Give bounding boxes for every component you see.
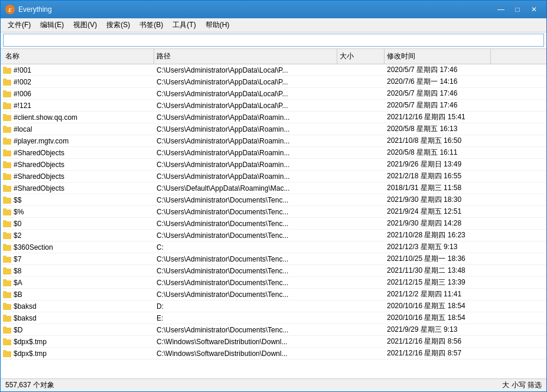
- file-list[interactable]: #!001C:\Users\Administrator\AppData\Loca…: [1, 64, 546, 378]
- main-window: E Everything — □ ✕ 文件(F)编辑(E)视图(V)搜索(S)书…: [0, 0, 547, 392]
- folder-icon: [3, 244, 11, 251]
- file-modified-cell: 2018/1/31 星期三 11:58: [385, 183, 491, 193]
- status-count: 557,637 个对象: [5, 380, 54, 390]
- maximize-button[interactable]: □: [510, 4, 525, 15]
- file-path-cell: C:\Users\Default\AppData\Roaming\Mac...: [154, 184, 337, 192]
- search-input[interactable]: [3, 34, 544, 47]
- file-name-cell: #player.mgtv.com: [1, 137, 154, 145]
- file-modified-cell: 2020/5/7 星期四 17:46: [385, 65, 491, 75]
- file-path-cell: C:\Users\Administrator\Documents\Tenc...: [154, 267, 337, 275]
- file-modified-cell: 2021/9/26 星期日 13:49: [385, 159, 491, 169]
- file-modified-cell: 2021/11/30 星期二 13:48: [385, 266, 491, 276]
- table-row[interactable]: $baksdE:2020/10/16 星期五 18:54: [1, 312, 546, 324]
- search-bar: [1, 32, 546, 49]
- table-row[interactable]: $%C:\Users\Administrator\Documents\Tenc.…: [1, 206, 546, 218]
- table-row[interactable]: #SharedObjectsC:\Users\Administrator\App…: [1, 171, 546, 182]
- title-bar: E Everything — □ ✕: [1, 1, 546, 18]
- file-name-cell: #SharedObjects: [1, 149, 154, 157]
- table-row[interactable]: $0C:\Users\Administrator\Documents\Tenc.…: [1, 218, 546, 230]
- close-button[interactable]: ✕: [526, 4, 542, 15]
- table-row[interactable]: #client.show.qq.comC:\Users\Administrato…: [1, 112, 546, 123]
- table-row[interactable]: #SharedObjectsC:\Users\Default\AppData\R…: [1, 182, 546, 194]
- file-path-cell: E:: [154, 314, 337, 322]
- file-name-cell: $dpx$.tmp: [1, 338, 154, 346]
- table-row[interactable]: $360SectionC:2021/12/3 星期五 9:13: [1, 241, 546, 253]
- folder-icon: [3, 267, 11, 275]
- table-row[interactable]: $2C:\Users\Administrator\Documents\Tenc.…: [1, 230, 546, 241]
- file-path-cell: C:\Users\Administrator\Documents\Tenc...: [154, 326, 337, 334]
- table-row[interactable]: #!002C:\Users\Administrator\AppData\Loca…: [1, 76, 546, 88]
- file-name-cell: #!001: [1, 66, 154, 74]
- file-name-cell: $7: [1, 255, 154, 263]
- table-row[interactable]: #!121C:\Users\Administrator\AppData\Loca…: [1, 100, 546, 112]
- file-modified-cell: 2021/12/3 星期五 9:13: [385, 242, 491, 252]
- folder-icon: [3, 79, 11, 86]
- folder-icon: [3, 161, 11, 168]
- menu-bar: 文件(F)编辑(E)视图(V)搜索(S)书签(B)工具(T)帮助(H): [1, 18, 546, 32]
- table-row[interactable]: #!006C:\Users\Administrator\AppData\Loca…: [1, 88, 546, 100]
- table-row[interactable]: $dpx$.tmpC:\Windows\SoftwareDistribution…: [1, 348, 546, 360]
- table-row[interactable]: #SharedObjectsC:\Users\Administrator\App…: [1, 159, 546, 171]
- column-header-name[interactable]: 名称: [1, 49, 154, 64]
- file-modified-cell: 2020/7/6 星期一 14:16: [385, 77, 491, 87]
- file-path-cell: C:\Users\Administrator\AppData\Local\P..…: [154, 78, 337, 86]
- status-bar: 557,637 个对象 大 小写 筛选: [1, 378, 546, 391]
- file-modified-cell: 2021/12/15 星期三 13:39: [385, 277, 491, 288]
- table-row[interactable]: $dpx$.tmpC:\Windows\SoftwareDistribution…: [1, 336, 546, 348]
- table-row[interactable]: $DC:\Users\Administrator\Documents\Tenc.…: [1, 324, 546, 336]
- file-path-cell: C:\Users\Administrator\AppData\Roamin...: [154, 172, 337, 181]
- file-path-cell: C:\Users\Administrator\Documents\Tenc...: [154, 208, 337, 216]
- folder-icon: [3, 173, 11, 180]
- table-row[interactable]: $7C:\Users\Administrator\Documents\Tenc.…: [1, 253, 546, 265]
- file-name-cell: #!006: [1, 90, 154, 98]
- file-name-cell: $B: [1, 290, 154, 299]
- menu-item-B[interactable]: 书签(B): [135, 19, 168, 31]
- menu-item-S[interactable]: 搜索(S): [102, 19, 135, 31]
- folder-icon: [3, 326, 11, 334]
- menu-item-V[interactable]: 视图(V): [69, 19, 102, 31]
- folder-icon: [3, 149, 11, 156]
- folder-icon: [3, 315, 11, 322]
- folder-icon: [3, 350, 11, 357]
- column-header-size[interactable]: 大小: [337, 49, 385, 64]
- file-path-cell: C:\Users\Administrator\AppData\Roamin...: [154, 137, 337, 145]
- window-title: Everything: [18, 5, 52, 14]
- file-name-cell: $360Section: [1, 243, 154, 251]
- table-row[interactable]: $$C:\Users\Administrator\Documents\Tenc.…: [1, 194, 546, 206]
- file-path-cell: C:\Users\Administrator\AppData\Roamin...: [154, 125, 337, 133]
- file-path-cell: C:\Users\Administrator\Documents\Tenc...: [154, 255, 337, 263]
- table-row[interactable]: $baksdD:2020/10/16 星期五 18:54: [1, 300, 546, 312]
- table-row[interactable]: $AC:\Users\Administrator\Documents\Tenc.…: [1, 277, 546, 289]
- file-name-cell: #client.show.qq.com: [1, 113, 154, 122]
- table-row[interactable]: #player.mgtv.comC:\Users\Administrator\A…: [1, 135, 546, 147]
- file-modified-cell: 2021/12/2 星期四 11:41: [385, 289, 491, 299]
- menu-item-H[interactable]: 帮助(H): [201, 19, 235, 31]
- file-path-cell: C:\Users\Administrator\Documents\Tenc...: [154, 196, 337, 204]
- folder-icon: [3, 197, 11, 204]
- file-path-cell: C:\Users\Administrator\AppData\Local\P..…: [154, 66, 337, 74]
- file-name-cell: $A: [1, 279, 154, 287]
- folder-icon: [3, 256, 11, 263]
- menu-item-T[interactable]: 工具(T): [168, 19, 200, 31]
- table-header: 名称 路径 大小 修改时间: [1, 49, 546, 64]
- status-right: 大 小写 筛选: [502, 380, 542, 390]
- table-row[interactable]: $BC:\Users\Administrator\Documents\Tenc.…: [1, 289, 546, 300]
- table-row[interactable]: #!001C:\Users\Administrator\AppData\Loca…: [1, 64, 546, 76]
- minimize-button[interactable]: —: [493, 4, 509, 15]
- file-name-cell: #!121: [1, 102, 154, 110]
- file-name-cell: #!002: [1, 78, 154, 86]
- table-row[interactable]: $8C:\Users\Administrator\Documents\Tenc.…: [1, 265, 546, 277]
- file-name-cell: $2: [1, 231, 154, 240]
- menu-item-F[interactable]: 文件(F): [3, 19, 35, 31]
- table-row[interactable]: #localC:\Users\Administrator\AppData\Roa…: [1, 123, 546, 135]
- file-modified-cell: 2021/9/30 星期四 14:28: [385, 218, 491, 228]
- folder-icon: [3, 185, 11, 192]
- menu-item-E[interactable]: 编辑(E): [35, 19, 69, 31]
- column-header-modified[interactable]: 修改时间: [385, 49, 491, 64]
- file-path-cell: C:\Users\Administrator\AppData\Roamin...: [154, 161, 337, 169]
- folder-icon: [3, 291, 11, 298]
- folder-icon: [3, 102, 11, 109]
- table-row[interactable]: #SharedObjectsC:\Users\Administrator\App…: [1, 147, 546, 159]
- column-header-path[interactable]: 路径: [154, 49, 337, 64]
- file-name-cell: #SharedObjects: [1, 161, 154, 169]
